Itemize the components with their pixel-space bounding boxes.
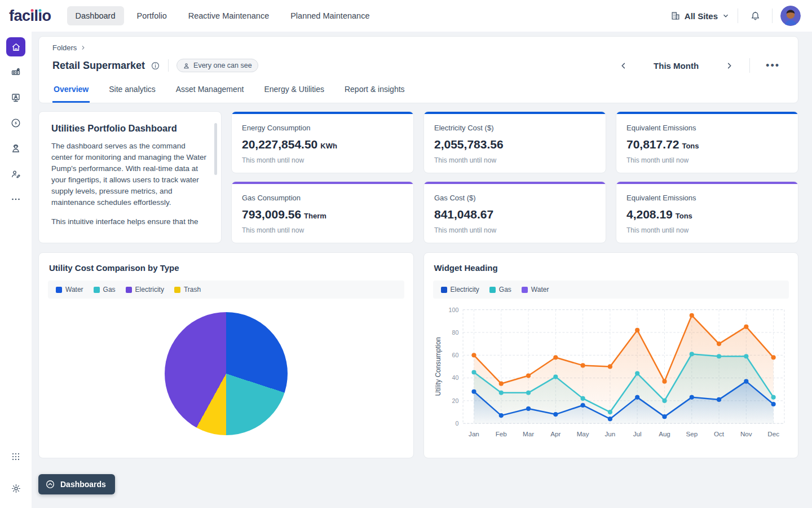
- kpi-value: 793,009.56: [242, 208, 301, 221]
- kpi-unit: Tons: [682, 142, 699, 150]
- legend-swatch: [94, 287, 100, 293]
- kpi-accent-bar: [424, 182, 606, 184]
- svg-text:Dec: Dec: [767, 430, 779, 437]
- legend-item-water[interactable]: Water: [522, 286, 549, 294]
- legend-item-electricity[interactable]: Electricity: [126, 286, 164, 294]
- kpi-accent-bar: [232, 182, 413, 184]
- svg-text:0: 0: [455, 420, 458, 427]
- nav-item-reactive-maintenance[interactable]: Reactive Maintenance: [180, 6, 277, 25]
- gear-icon: [11, 483, 21, 494]
- nav-item-portfolio[interactable]: Portfolio: [129, 6, 175, 25]
- kpi-card-gas-cost: Gas Cost ($) 841,048.67 This month until…: [423, 181, 606, 243]
- tab-overview[interactable]: Overview: [52, 82, 90, 103]
- sidebar-item-assets[interactable]: [6, 63, 25, 82]
- period-next-button[interactable]: [720, 56, 738, 75]
- kpi-value: 70,817.72: [626, 138, 679, 151]
- description-paragraph-2: This intuitive interface helps ensure th…: [51, 216, 209, 227]
- visibility-badge[interactable]: Every one can see: [176, 59, 258, 72]
- primary-nav: Dashboard Portfolio Reactive Maintenance…: [67, 6, 378, 25]
- kpi-accent-bar: [232, 112, 413, 114]
- legend-item-gas[interactable]: Gas: [94, 286, 116, 294]
- svg-text:20: 20: [452, 397, 458, 404]
- facilio-logo[interactable]: facılıo: [9, 7, 51, 25]
- sidebar-item-vendors[interactable]: [6, 164, 25, 183]
- chevron-left-icon: [619, 62, 628, 70]
- legend-item-gas[interactable]: Gas: [489, 286, 511, 294]
- breadcrumb[interactable]: Folders: [52, 43, 784, 52]
- breadcrumb-folders[interactable]: Folders: [52, 43, 77, 52]
- kpi-card-energy-consumption: Energy Consumption 20,227,854.50KWh This…: [231, 111, 414, 173]
- nav-item-planned-maintenance[interactable]: Planned Maintenance: [282, 6, 378, 25]
- pie-chart-card: Utility Cost Comparison by Type Water Ga…: [38, 252, 414, 458]
- svg-text:Oct: Oct: [713, 430, 724, 437]
- kpi-grid: Utilities Portfolio Dashboard The dashbo…: [38, 111, 798, 243]
- kpi-caption: This month until now: [434, 156, 595, 164]
- legend-swatch: [174, 287, 180, 293]
- kiosk-icon: [10, 92, 21, 103]
- kpi-card-gas-consumption: Gas Consumption 793,009.56Therm This mon…: [231, 181, 414, 243]
- tab-report-insights[interactable]: Report & insights: [343, 82, 406, 103]
- site-selector-label: All Sites: [685, 11, 718, 21]
- svg-text:May: May: [576, 430, 589, 437]
- nav-item-dashboard[interactable]: Dashboard: [67, 6, 124, 25]
- dashboard-header-card: Folders Retail Supermarket Every one can…: [38, 36, 798, 103]
- kpi-caption: This month until now: [434, 226, 595, 234]
- svg-text:Aug: Aug: [659, 430, 670, 437]
- chevron-right-icon: [725, 62, 734, 70]
- period-prev-button[interactable]: [614, 56, 632, 75]
- charts-row: Utility Cost Comparison by Type Water Ga…: [38, 252, 798, 453]
- tab-site-analytics[interactable]: Site analytics: [108, 82, 156, 103]
- apps-launcher-button[interactable]: [6, 447, 25, 466]
- description-scrollbar[interactable]: [214, 123, 217, 175]
- sidebar-item-kiosk[interactable]: [6, 88, 25, 107]
- legend-item-water[interactable]: Water: [56, 286, 83, 294]
- site-selector[interactable]: All Sites: [670, 11, 730, 21]
- svg-text:Sep: Sep: [686, 430, 698, 437]
- period-label[interactable]: This Month: [654, 61, 699, 71]
- left-sidebar: [0, 32, 32, 508]
- sidebar-item-more[interactable]: [6, 190, 25, 209]
- bell-icon: [750, 11, 761, 21]
- avatar-image: [780, 6, 801, 26]
- sidebar-item-energy[interactable]: [6, 113, 25, 133]
- legend-swatch: [56, 287, 62, 293]
- svg-text:Mar: Mar: [523, 430, 534, 437]
- page-title: Retail Supermarket: [52, 60, 145, 72]
- header-more-button[interactable]: •••: [761, 60, 784, 72]
- dashboards-button[interactable]: Dashboards: [38, 474, 115, 494]
- line-legend: Electricity Gas Water: [433, 281, 789, 299]
- kpi-title: Electricity Cost ($): [434, 124, 595, 132]
- kpi-caption: This month until now: [242, 226, 403, 234]
- legend-item-electricity[interactable]: Electricity: [441, 286, 479, 294]
- chevron-down-icon: [722, 12, 730, 20]
- breadcrumb-chevron-icon: [80, 45, 86, 51]
- svg-text:100: 100: [448, 306, 458, 313]
- svg-text:80: 80: [452, 329, 458, 336]
- svg-text:Nov: Nov: [740, 430, 752, 437]
- settings-button[interactable]: [6, 479, 25, 498]
- chevron-up-circle-icon: [45, 479, 55, 489]
- description-card: Utilities Portfolio Dashboard The dashbo…: [38, 111, 222, 243]
- kpi-title: Equivalent Emissions: [626, 194, 788, 202]
- user-avatar[interactable]: [780, 6, 801, 26]
- sidebar-item-visitors[interactable]: [6, 139, 25, 158]
- legend-swatch: [441, 287, 447, 293]
- svg-text:Jul: Jul: [633, 430, 641, 437]
- logo-text: fac: [9, 7, 30, 25]
- utility-consumption-line-chart: 020406080100JanFebMarAprMayJunJulAugSepO…: [433, 303, 789, 445]
- kpi-caption: This month until now: [626, 226, 788, 234]
- info-button[interactable]: [151, 61, 160, 71]
- kpi-accent-bar: [616, 112, 798, 114]
- tab-asset-management[interactable]: Asset Management: [175, 82, 245, 103]
- utility-pie-chart: [165, 312, 288, 435]
- sidebar-item-home[interactable]: [6, 37, 25, 56]
- description-paragraph-1: The dashboard serves as the command cent…: [51, 141, 209, 208]
- kpi-accent-bar: [424, 112, 606, 114]
- kpi-card-electricity-cost: Electricity Cost ($) 2,055,783.56 This m…: [423, 111, 606, 173]
- line-chart-area: 020406080100JanFebMarAprMayJunJulAugSepO…: [433, 303, 789, 448]
- legend-item-trash[interactable]: Trash: [174, 286, 201, 294]
- tab-energy-utilities[interactable]: Energy & Utilities: [263, 82, 325, 103]
- notifications-button[interactable]: [746, 7, 764, 25]
- svg-text:60: 60: [452, 352, 458, 358]
- svg-text:Jan: Jan: [469, 430, 479, 437]
